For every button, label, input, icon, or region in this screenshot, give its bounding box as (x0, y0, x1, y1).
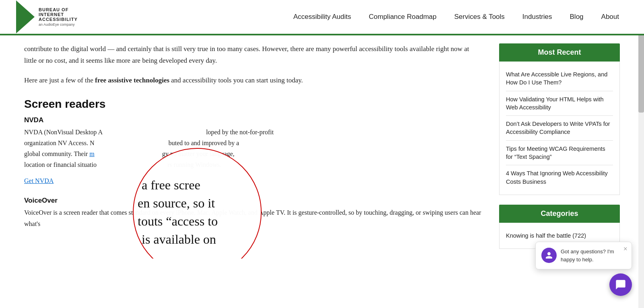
sidebar-link-3[interactable]: Don’t Ask Developers to Write VPATs for … (506, 116, 613, 141)
para2-before: Here are just a few of the (24, 76, 95, 84)
logo-line3: ACCESSIBILITY (39, 17, 78, 22)
nav-compliance-roadmap[interactable]: Compliance Roadmap (360, 0, 445, 35)
intro-text-content: contribute to the digital world — and ce… (24, 45, 469, 64)
sidebar-link-1[interactable]: What Are Accessible Live Regions, and Ho… (506, 66, 613, 91)
chat-message: Got any questions? I'm happy to help. (561, 248, 625, 259)
nav-accessibility-audits[interactable]: Accessibility Audits (285, 0, 360, 35)
intro-paragraph: contribute to the digital world — and ce… (24, 43, 483, 67)
voiceover-heading: VoiceOver (24, 197, 483, 205)
chat-close-button[interactable]: × (623, 245, 627, 253)
logo-text: BUREAU OF INTERNET ACCESSIBILITY an Audi… (39, 7, 78, 27)
nvda-mission-link[interactable]: m (89, 150, 94, 157)
mag-line1: a free scree (142, 176, 200, 194)
logo-link[interactable]: BUREAU OF INTERNET ACCESSIBILITY an Audi… (16, 0, 78, 33)
para2: Here are just a few of the free assistiv… (24, 75, 483, 86)
logo-subbrand: an AudioEye company (39, 23, 78, 27)
chat-popup: Got any questions? I'm happy to help. × (535, 242, 632, 259)
get-nvda-link[interactable]: Get NVDA (24, 177, 54, 185)
nav-about[interactable]: About (592, 0, 628, 35)
nav-industries[interactable]: Industries (514, 0, 561, 35)
logo-line2: INTERNET (39, 12, 78, 17)
nvda-heading: NVDA (24, 116, 483, 124)
page-layout: contribute to the digital world — and ce… (8, 35, 636, 259)
sidebar-link-2[interactable]: How Validating Your HTML Helps with Web … (506, 91, 613, 116)
logo-icon (16, 0, 35, 33)
svg-marker-0 (16, 0, 35, 33)
mag-line4: is available on (142, 230, 216, 248)
content-wrapper: contribute to the digital world — and ce… (24, 43, 483, 229)
chat-avatar-icon (541, 248, 557, 259)
main-nav: Accessibility Audits Compliance Roadmap … (285, 0, 628, 34)
sidebar-link-4[interactable]: Tips for Meeting WCAG Requirements for “… (506, 141, 613, 166)
site-header: BUREAU OF INTERNET ACCESSIBILITY an Audi… (0, 0, 644, 35)
nav-services-tools[interactable]: Services & Tools (445, 0, 513, 35)
sidebar-link-5[interactable]: 4 Ways That Ignoring Web Accessibility C… (506, 165, 613, 190)
most-recent-header: Most Recent (499, 43, 620, 62)
categories-header: Categories (499, 205, 620, 223)
logo-line1: BUREAU OF (39, 7, 78, 12)
nvda-text: NVDA (NonVisual Desktop Access) is a lop… (24, 127, 483, 170)
screen-readers-heading: Screen readers (24, 98, 483, 111)
sidebar: Most Recent What Are Accessible Live Reg… (499, 35, 620, 259)
para2-bold: free assistive technologies (95, 76, 169, 84)
scrollbar-track[interactable] (638, 0, 644, 259)
voiceover-text: VoiceOver is a screen reader that comes … (24, 207, 483, 229)
para2-after: and accessibility tools you can start us… (169, 76, 303, 84)
nav-blog[interactable]: Blog (561, 0, 592, 35)
scrollbar-thumb[interactable] (638, 24, 644, 113)
chat-agent-icon (545, 251, 553, 259)
most-recent-section: Most Recent What Are Accessible Live Reg… (499, 43, 620, 195)
most-recent-body: What Are Accessible Live Regions, and Ho… (499, 62, 620, 195)
main-content: contribute to the digital world — and ce… (24, 35, 483, 259)
